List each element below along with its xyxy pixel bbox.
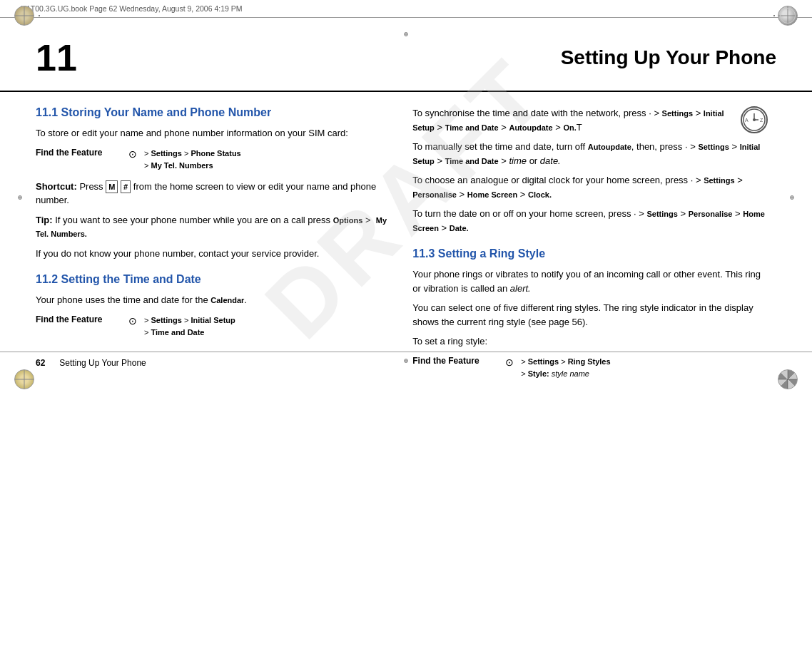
sync-para: To synchronise the time and date with th… (412, 106, 768, 134)
feature-path-11-1-1: > Settings > Phone Status (144, 148, 241, 160)
mid-top-mark (404, 32, 408, 36)
section-11-2-heading: 11.2 Setting the Time and Date (36, 273, 391, 286)
manual-time-para: To manually set the time and date, turn … (412, 140, 768, 168)
clock-icon: A Z (741, 106, 768, 133)
shortcut-text: Shortcut: Press M # from the home screen… (36, 180, 391, 207)
feature-path-11-2-2: > Time and Date (144, 327, 235, 339)
section-11-2-intro: Your phone uses the time and date for th… (36, 293, 391, 307)
nav-icon-11-1: ⊙ (128, 148, 137, 162)
find-feature-11-1: Find the Feature ⊙ > Settings > Phone St… (36, 148, 391, 173)
mid-left-mark (18, 195, 22, 200)
svg-text:Z: Z (760, 118, 763, 123)
ring-style-para3: To set a ring style: (412, 334, 768, 349)
book-info: V1T00.3G.UG.book Page 62 Wednesday, Augu… (21, 4, 243, 13)
find-feature-11-2: Find the Feature ⊙ > Settings > Initial … (36, 314, 391, 339)
chapter-number: 11 (36, 39, 77, 76)
date-on-off-para: To turn the date on or off on your home … (412, 207, 768, 235)
section-11-1-intro: To store or edit your name and phone num… (36, 126, 391, 140)
main-content: 11.1 Storing Your Name and Phone Number … (0, 99, 812, 395)
section-11-3-heading: 11.3 Setting a Ring Style (412, 247, 768, 260)
nav-icon-11-2: ⊙ (128, 314, 137, 329)
bottom-bar: 62 Setting Up Your Phone (0, 352, 812, 374)
find-feature-label-11-1: Find the Feature (36, 148, 121, 158)
left-column: 11.1 Storing Your Name and Phone Number … (36, 106, 391, 388)
chapter-header: 11 Setting Up Your Phone (0, 18, 812, 92)
corner-tl-decoration (14, 6, 40, 26)
tip-text: Tip: If you want to see your phone numbe… (36, 213, 391, 241)
feature-path-11-2-1: > Settings > Initial Setup (144, 314, 235, 327)
feature-paths-11-1: > Settings > Phone Status > My Tel. Numb… (144, 148, 241, 173)
right-column: To synchronise the time and date with th… (412, 106, 768, 388)
bottom-section-title: Setting Up Your Phone (59, 358, 146, 368)
mid-right-mark (790, 195, 794, 200)
section-11-1-heading: 11.1 Storing Your Name and Phone Number (36, 106, 391, 119)
feature-paths-11-2: > Settings > Initial Setup > Time and Da… (144, 314, 235, 339)
no-number-text: If you do not know your phone number, co… (36, 247, 391, 261)
corner-tr-decoration (773, 6, 798, 26)
chapter-title: Setting Up Your Phone (106, 46, 776, 69)
find-feature-label-11-2: Find the Feature (36, 314, 121, 324)
feature-path-11-1-2: > My Tel. Numbers (144, 160, 241, 173)
page-number: 62 (36, 358, 45, 368)
top-bar: V1T00.3G.UG.book Page 62 Wednesday, Augu… (0, 0, 812, 18)
analogue-clock-para: To choose an analogue or digital clock f… (412, 173, 768, 201)
tip-label: Tip: (36, 215, 53, 225)
svg-text:A: A (745, 118, 748, 123)
ring-style-para2: You can select one of five different rin… (412, 301, 768, 329)
shortcut-label: Shortcut: (36, 181, 77, 192)
ring-style-intro: Your phone rings or vibrates to notify y… (412, 267, 768, 295)
